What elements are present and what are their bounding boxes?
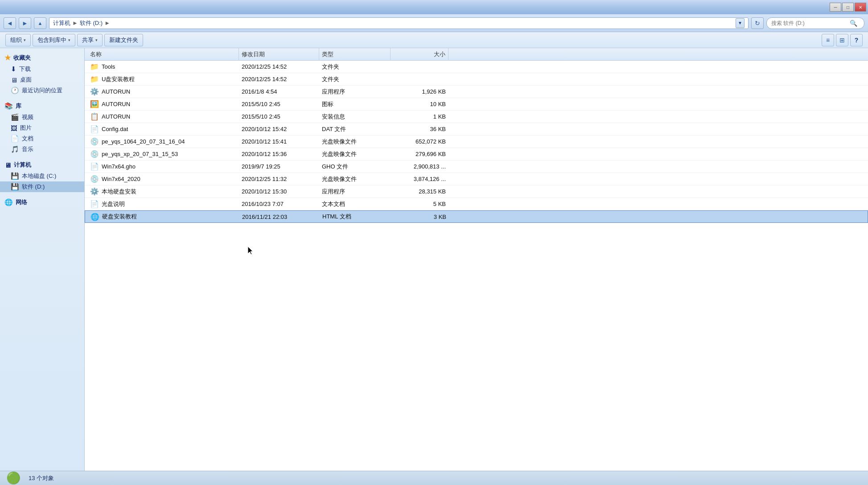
up-button[interactable]: ▲	[34, 17, 46, 29]
new-folder-button[interactable]: 新建文件夹	[104, 34, 143, 46]
maximize-button[interactable]: □	[842, 3, 854, 12]
table-row[interactable]: 📁 Tools 2020/12/25 14:52 文件夹	[85, 61, 868, 73]
pictures-icon: 🖼	[11, 124, 17, 132]
file-type-cell: 应用程序	[319, 188, 391, 196]
sidebar-item-c-drive[interactable]: 💾 本地磁盘 (C:)	[0, 171, 84, 181]
sidebar-item-download[interactable]: ⬇ 下载	[0, 64, 84, 74]
file-name: AUTORUN	[102, 101, 130, 107]
view-toggle-button[interactable]: ≡	[822, 34, 834, 46]
file-area: 名称 修改日期 类型 大小 📁 Tools 2020/12/25 14:52 文…	[85, 48, 868, 471]
table-row[interactable]: 💿 pe_yqs_1064_20_07_31_16_04 2020/10/12 …	[85, 136, 868, 148]
file-icon: 💿	[90, 137, 99, 146]
file-icon: 📁	[90, 75, 99, 83]
main-layout: ★ 收藏夹 ⬇ 下载 🖥 桌面 🕐 最近访问的位置 📚 库 �	[0, 48, 868, 471]
col-header-name[interactable]: 名称	[87, 48, 239, 61]
organize-label: 组织	[10, 36, 22, 44]
sidebar-item-desktop[interactable]: 🖥 桌面	[0, 74, 84, 85]
file-icon: ⚙️	[90, 87, 99, 96]
search-input[interactable]	[771, 20, 847, 26]
file-name-cell: 🖼️ AUTORUN	[87, 100, 239, 108]
sidebar-item-pictures[interactable]: 🖼 图片	[0, 123, 84, 133]
refresh-button[interactable]: ↻	[751, 17, 764, 29]
help-button[interactable]: ?	[850, 34, 863, 46]
file-name: 本地硬盘安装	[102, 188, 136, 196]
sidebar-library-header[interactable]: 📚 库	[0, 100, 84, 112]
file-icon: 📄	[90, 200, 99, 208]
breadcrumb-computer[interactable]: 计算机	[53, 19, 70, 27]
col-header-modified[interactable]: 修改日期	[239, 48, 319, 61]
file-date-cell: 2020/10/12 15:42	[239, 126, 319, 132]
organize-button[interactable]: 组织 ▾	[5, 34, 31, 46]
view-change-button[interactable]: ⊞	[836, 34, 848, 46]
file-type-cell: GHO 文件	[319, 163, 391, 171]
table-row[interactable]: ⚙️ 本地硬盘安装 2020/10/12 15:30 应用程序 28,315 K…	[85, 185, 868, 198]
sidebar-item-videos[interactable]: 🎬 视频	[0, 112, 84, 123]
table-row[interactable]: 🌐 硬盘安装教程 2016/11/21 22:03 HTML 文档 3 KB	[85, 210, 868, 223]
library-folder-icon: 📚	[4, 102, 13, 110]
breadcrumb-drive[interactable]: 软件 (D:)	[80, 19, 103, 27]
table-row[interactable]: 📋 AUTORUN 2015/5/10 2:45 安装信息 1 KB	[85, 111, 868, 123]
sidebar: ★ 收藏夹 ⬇ 下载 🖥 桌面 🕐 最近访问的位置 📚 库 �	[0, 48, 85, 471]
back-button[interactable]: ◄	[4, 17, 16, 29]
sidebar-section-favorites: ★ 收藏夹 ⬇ 下载 🖥 桌面 🕐 最近访问的位置	[0, 52, 84, 96]
table-row[interactable]: 🖼️ AUTORUN 2015/5/10 2:45 图标 10 KB	[85, 98, 868, 111]
forward-button[interactable]: ►	[19, 17, 31, 29]
file-date-cell: 2020/10/12 15:30	[239, 188, 319, 195]
file-icon: 💿	[90, 150, 99, 158]
sidebar-item-videos-label: 视频	[22, 113, 33, 121]
table-row[interactable]: 💿 Win7x64_2020 2020/12/25 11:32 光盘映像文件 3…	[85, 173, 868, 185]
table-row[interactable]: 📄 光盘说明 2016/10/23 7:07 文本文档 5 KB	[85, 198, 868, 210]
statusbar: 🟢 13 个对象	[0, 471, 868, 485]
breadcrumb-bar: 计算机 ► 软件 (D:) ► ▼	[49, 17, 749, 29]
sidebar-item-music[interactable]: 🎵 音乐	[0, 144, 84, 155]
search-icon[interactable]: 🔍	[850, 20, 857, 27]
download-icon: ⬇	[11, 65, 16, 73]
sidebar-section-network: 🌐 网络	[0, 197, 84, 208]
sidebar-item-download-label: 下载	[19, 65, 31, 73]
file-size-cell: 5 KB	[391, 201, 448, 207]
col-header-type[interactable]: 类型	[319, 48, 391, 61]
close-button[interactable]: ✕	[855, 3, 866, 12]
file-icon: 🖼️	[90, 100, 99, 108]
table-row[interactable]: ⚙️ AUTORUN 2016/1/8 4:54 应用程序 1,926 KB	[85, 86, 868, 98]
sidebar-section-computer: 🖥 计算机 💾 本地磁盘 (C:) 💾 软件 (D:)	[0, 159, 84, 192]
sidebar-favorites-header[interactable]: ★ 收藏夹	[0, 52, 84, 64]
file-date-cell: 2016/10/23 7:07	[239, 201, 319, 207]
network-icon: 🌐	[4, 198, 13, 206]
sidebar-network-header[interactable]: 🌐 网络	[0, 197, 84, 208]
table-row[interactable]: 📄 Win7x64.gho 2019/9/7 19:25 GHO 文件 2,90…	[85, 160, 868, 173]
file-name-cell: 📄 Win7x64.gho	[87, 162, 239, 171]
sidebar-item-recent-label: 最近访问的位置	[22, 86, 62, 95]
file-date-cell: 2020/10/12 15:36	[239, 151, 319, 157]
file-size-cell: 279,696 KB	[391, 151, 448, 157]
file-date-cell: 2015/5/10 2:45	[239, 101, 319, 107]
include-library-button[interactable]: 包含到库中 ▾	[33, 34, 75, 46]
share-button[interactable]: 共享 ▾	[77, 34, 103, 46]
share-dropdown-icon: ▾	[95, 38, 98, 42]
file-icon: ⚙️	[90, 187, 99, 196]
sidebar-item-documents[interactable]: 📄 文档	[0, 133, 84, 144]
c-drive-icon: 💾	[11, 172, 19, 180]
file-size-cell: 36 KB	[391, 126, 448, 132]
table-row[interactable]: 📁 U盘安装教程 2020/12/25 14:52 文件夹	[85, 73, 868, 86]
library-label: 库	[16, 102, 21, 110]
file-name-cell: 💿 pe_yqs_1064_20_07_31_16_04	[87, 137, 239, 146]
sidebar-computer-header[interactable]: 🖥 计算机	[0, 159, 84, 171]
col-header-size[interactable]: 大小	[391, 48, 448, 61]
file-date-cell: 2015/5/10 2:45	[239, 113, 319, 120]
minimize-button[interactable]: ─	[830, 3, 841, 12]
sidebar-item-recent[interactable]: 🕐 最近访问的位置	[0, 85, 84, 96]
file-type-cell: 图标	[319, 100, 391, 108]
star-icon: ★	[4, 53, 11, 62]
file-size-cell: 2,900,813 ...	[391, 163, 448, 170]
sidebar-item-desktop-label: 桌面	[20, 76, 32, 84]
file-icon: 📋	[90, 112, 99, 121]
file-size-cell: 1,926 KB	[391, 88, 448, 95]
breadcrumb-dropdown[interactable]: ▼	[736, 18, 745, 28]
network-label: 网络	[16, 198, 27, 206]
file-size-cell: 3,874,126 ...	[391, 176, 448, 182]
search-bar: 🔍	[766, 17, 864, 29]
table-row[interactable]: 📄 Config.dat 2020/10/12 15:42 DAT 文件 36 …	[85, 123, 868, 136]
table-row[interactable]: 💿 pe_yqs_xp_20_07_31_15_53 2020/10/12 15…	[85, 148, 868, 160]
sidebar-item-d-drive[interactable]: 💾 软件 (D:)	[0, 181, 84, 192]
